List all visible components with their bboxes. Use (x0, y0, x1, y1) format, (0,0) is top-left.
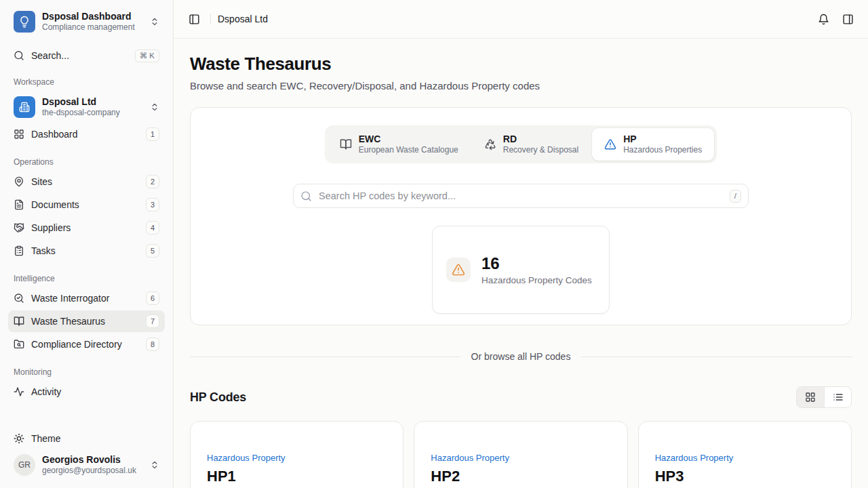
hp-card-code: HP1 (207, 468, 387, 485)
browse-divider-label: Or browse all HP codes (471, 351, 571, 362)
page-title: Waste Thesaurus (190, 54, 852, 75)
notifications-button[interactable] (814, 9, 833, 28)
section-label-workspace: Workspace (8, 77, 165, 87)
book-open-icon (14, 316, 24, 327)
browse-divider: Or browse all HP codes (190, 351, 852, 362)
list-view-icon (833, 392, 844, 403)
hp-codes-grid: Hazardous Property HP1 Hazardous Propert… (190, 421, 852, 488)
sidebar-item-compliance-directory[interactable]: Compliance Directory 8 (8, 333, 165, 355)
app-subtitle: Compliance management (42, 22, 143, 33)
right-panel-toggle-button[interactable] (838, 9, 857, 28)
nav-badge: 8 (146, 338, 159, 351)
sidebar-item-activity[interactable]: Activity (8, 381, 165, 403)
sidebar-item-tasks[interactable]: Tasks 5 (8, 240, 165, 262)
nav-badge: 5 (146, 244, 159, 258)
workspace-switcher[interactable]: Dsposal Ltd the-dsposal-company (8, 91, 165, 123)
handshake-icon (14, 222, 24, 233)
triangle-alert-icon (446, 258, 471, 282)
activity-icon (14, 386, 24, 397)
tab-hp[interactable]: HP Hazardous Properties (592, 128, 714, 161)
view-toggle (796, 386, 852, 408)
hp-card-category: Hazardous Property (431, 453, 610, 463)
panel-left-icon (189, 14, 200, 25)
hp-card-code: HP2 (431, 468, 610, 485)
tab-rd[interactable]: RD Recovery & Disposal (472, 128, 591, 161)
breadcrumb: Dsposal Ltd (218, 14, 268, 24)
hp-card-category: Hazardous Property (655, 453, 835, 463)
sidebar-search[interactable]: Search... ⌘ K (14, 46, 159, 65)
map-pin-icon (14, 176, 24, 187)
hp-count-label: Hazardous Property Codes (481, 275, 592, 285)
bell-icon (818, 14, 829, 25)
sidebar-footer: Theme GR Georgios Rovolis georgios@yourd… (0, 426, 173, 488)
section-label-operations: Operations (8, 157, 165, 167)
page-content: Waste Thesaurus Browse and search EWC, R… (174, 39, 868, 488)
search-slash-kbd: / (730, 190, 741, 203)
hp-count-card[interactable]: 16 Hazardous Property Codes (432, 226, 610, 314)
hp-code-card[interactable]: Hazardous Property HP1 (190, 421, 403, 488)
recycle-icon (484, 138, 496, 150)
sidebar: Dsposal Dashboard Compliance management … (0, 0, 174, 488)
book-open-icon (340, 138, 352, 150)
building-icon (14, 96, 35, 118)
hp-card-code: HP3 (655, 468, 835, 485)
nav-badge: 3 (146, 198, 159, 211)
app-switcher[interactable]: Dsposal Dashboard Compliance management (8, 0, 165, 35)
chevrons-up-down-icon (150, 460, 159, 470)
search-icon (14, 50, 24, 61)
user-menu[interactable]: GR Georgios Rovolis georgios@yourdsposal… (8, 449, 165, 481)
nav-badge: 4 (146, 221, 159, 235)
folder-search-icon (14, 339, 24, 350)
sidebar-search-label: Search... (31, 50, 128, 61)
triangle-alert-icon (604, 138, 616, 150)
workspace-name: Dsposal Ltd (42, 96, 143, 108)
sun-icon (14, 433, 24, 444)
app-title: Dsposal Dashboard (42, 11, 143, 22)
topbar-separator (210, 14, 211, 24)
sidebar-toggle-button[interactable] (184, 9, 203, 28)
codes-header: HP Codes (190, 386, 852, 408)
sidebar-item-documents[interactable]: Documents 3 (8, 194, 165, 216)
user-name: Georgios Rovolis (42, 454, 143, 466)
sidebar-item-sites[interactable]: Sites 2 (8, 171, 165, 192)
theme-toggle[interactable]: Theme (8, 428, 165, 449)
user-email: georgios@yourdsposal.uk (42, 466, 143, 476)
hp-code-card[interactable]: Hazardous Property HP2 (414, 421, 627, 488)
chevrons-up-down-icon (150, 102, 159, 112)
section-label-intelligence: Intelligence (8, 274, 165, 283)
topbar: Dsposal Ltd (174, 0, 868, 39)
codes-section-title: HP Codes (190, 390, 246, 405)
workspace-slug: the-dsposal-company (42, 108, 143, 118)
hp-code-card[interactable]: Hazardous Property HP3 (638, 421, 852, 488)
nav-badge: 2 (146, 175, 159, 188)
hp-code-search-input[interactable] (319, 190, 723, 201)
nav-badge: 6 (146, 291, 159, 305)
search-shortcut-kbd: ⌘ K (135, 49, 159, 62)
nav-badge: 7 (146, 314, 159, 328)
layout-grid-icon (14, 129, 24, 140)
search-check-icon (14, 293, 24, 304)
panel-right-icon (842, 14, 854, 25)
hp-count-value: 16 (481, 254, 592, 273)
main-area: Dsposal Ltd Waste Thesaurus Browse and s… (174, 0, 868, 488)
sidebar-item-waste-thesaurus[interactable]: Waste Thesaurus 7 (8, 310, 165, 332)
sidebar-item-waste-interrogator[interactable]: Waste Interrogator 6 (8, 287, 165, 309)
sidebar-item-dashboard[interactable]: Dashboard 1 (8, 123, 165, 145)
tab-ewc[interactable]: EWC European Waste Catalogue (328, 128, 471, 161)
sidebar-item-suppliers[interactable]: Suppliers 4 (8, 217, 165, 239)
sidebar-nav: Workspace Dsposal Ltd the-dsposal-compan… (0, 65, 173, 426)
code-search-panel: EWC European Waste Catalogue RD Recovery… (190, 107, 852, 325)
list-view-button[interactable] (824, 387, 851, 407)
code-type-tabs: EWC European Waste Catalogue RD Recovery… (325, 125, 717, 163)
file-text-icon (14, 199, 24, 210)
hp-card-category: Hazardous Property (207, 453, 387, 463)
app-logo-icon (14, 11, 35, 33)
clipboard-list-icon (14, 245, 24, 256)
chevrons-up-down-icon (150, 17, 159, 26)
section-label-monitoring: Monitoring (8, 367, 165, 377)
page-subtitle: Browse and search EWC, Recovery/Disposal… (190, 80, 852, 92)
nav-badge: 1 (146, 127, 159, 141)
search-icon (300, 190, 312, 202)
hp-code-search: / (293, 184, 749, 208)
grid-view-button[interactable] (797, 387, 824, 407)
